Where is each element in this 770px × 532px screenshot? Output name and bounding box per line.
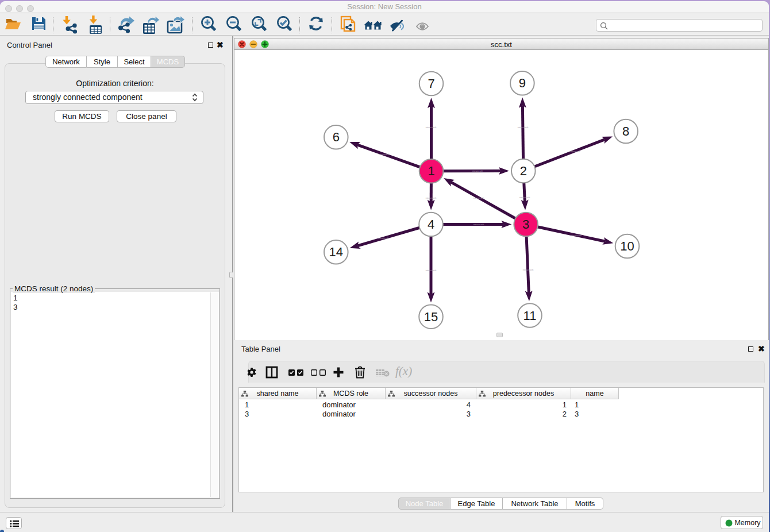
svg-text:interacts with: interacts with [473, 197, 484, 199]
svg-text:9: 9 [519, 76, 526, 90]
svg-text:interacts with: interacts with [472, 170, 483, 172]
svg-text:4: 4 [428, 217, 434, 232]
svg-text:interacts with: interacts with [569, 151, 580, 153]
svg-text:interacts with: interacts with [523, 269, 534, 271]
svg-text:6: 6 [333, 130, 340, 144]
svg-text:interacts with: interacts with [519, 196, 530, 199]
svg-text:2: 2 [520, 164, 527, 178]
svg-text:interacts with: interacts with [571, 234, 582, 237]
svg-text:interacts with: interacts with [518, 126, 529, 129]
svg-text:11: 11 [523, 309, 537, 323]
svg-text:interacts with: interacts with [426, 197, 437, 199]
svg-text:7: 7 [428, 76, 434, 91]
svg-text:8: 8 [622, 124, 629, 138]
svg-text:1: 1 [428, 164, 434, 178]
svg-text:14: 14 [329, 245, 343, 259]
svg-text:interacts with: interacts with [426, 126, 437, 129]
svg-text:interacts with: interacts with [379, 153, 390, 156]
svg-text:interacts with: interacts with [378, 237, 389, 240]
svg-text:interacts with: interacts with [473, 223, 484, 226]
svg-text:interacts with: interacts with [426, 269, 437, 272]
svg-text:3: 3 [522, 217, 529, 232]
svg-text:15: 15 [424, 310, 438, 324]
svg-text:10: 10 [620, 239, 634, 253]
